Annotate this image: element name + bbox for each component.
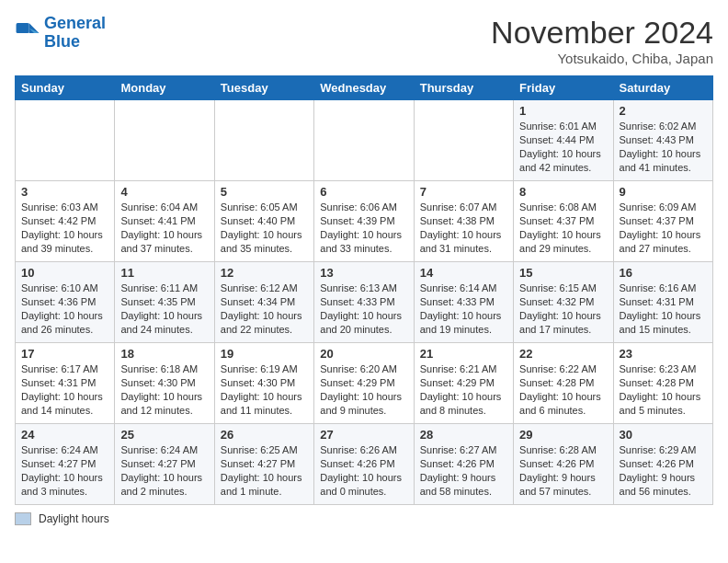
- calendar-cell: 3Sunrise: 6:03 AM Sunset: 4:42 PM Daylig…: [16, 181, 115, 262]
- weekday-header-cell: Friday: [514, 76, 613, 100]
- day-number: 30: [620, 428, 707, 442]
- day-number: 17: [21, 347, 108, 361]
- calendar-cell: 4Sunrise: 6:04 AM Sunset: 4:41 PM Daylig…: [115, 181, 214, 262]
- weekday-header-cell: Thursday: [414, 76, 513, 100]
- calendar-cell: 26Sunrise: 6:25 AM Sunset: 4:27 PM Dayli…: [214, 424, 313, 505]
- legend-color-box: [15, 512, 31, 525]
- cell-info: Sunrise: 6:07 AM Sunset: 4:38 PM Dayligh…: [420, 201, 507, 255]
- month-title: November 2024: [491, 15, 713, 51]
- logo-text: General Blue: [44, 15, 106, 52]
- day-number: 24: [21, 428, 108, 442]
- day-number: 3: [21, 185, 108, 199]
- day-number: 1: [519, 104, 607, 118]
- weekday-header-cell: Monday: [115, 76, 214, 100]
- cell-info: Sunrise: 6:03 AM Sunset: 4:42 PM Dayligh…: [21, 201, 108, 255]
- day-number: 22: [519, 347, 607, 361]
- day-number: 28: [420, 428, 507, 442]
- calendar-cell: 16Sunrise: 6:16 AM Sunset: 4:31 PM Dayli…: [613, 262, 712, 343]
- calendar-cell: [16, 100, 115, 181]
- calendar-cell: [214, 100, 313, 181]
- cell-info: Sunrise: 6:29 AM Sunset: 4:26 PM Dayligh…: [620, 443, 707, 498]
- calendar-cell: 22Sunrise: 6:22 AM Sunset: 4:28 PM Dayli…: [514, 343, 613, 424]
- day-number: 15: [519, 266, 607, 280]
- calendar-cell: 13Sunrise: 6:13 AM Sunset: 4:33 PM Dayli…: [314, 262, 414, 343]
- calendar-cell: 30Sunrise: 6:29 AM Sunset: 4:26 PM Dayli…: [613, 424, 712, 505]
- title-block: November 2024 Yotsukaido, Chiba, Japan: [491, 15, 713, 66]
- weekday-header-cell: Sunday: [16, 76, 115, 100]
- day-number: 16: [620, 266, 707, 280]
- weekday-header-cell: Wednesday: [314, 76, 414, 100]
- calendar-cell: 11Sunrise: 6:11 AM Sunset: 4:35 PM Dayli…: [115, 262, 214, 343]
- calendar-cell: 14Sunrise: 6:14 AM Sunset: 4:33 PM Dayli…: [414, 262, 513, 343]
- cell-info: Sunrise: 6:15 AM Sunset: 4:32 PM Dayligh…: [519, 282, 607, 336]
- legend-label: Daylight hours: [39, 512, 109, 525]
- calendar-cell: 19Sunrise: 6:19 AM Sunset: 4:30 PM Dayli…: [214, 343, 313, 424]
- logo-line1: General: [44, 14, 106, 32]
- svg-rect-0: [17, 23, 29, 33]
- day-number: 19: [221, 347, 308, 361]
- calendar-body: 1Sunrise: 6:01 AM Sunset: 4:44 PM Daylig…: [16, 100, 713, 505]
- day-number: 7: [420, 185, 507, 199]
- calendar-cell: 25Sunrise: 6:24 AM Sunset: 4:27 PM Dayli…: [115, 424, 214, 505]
- cell-info: Sunrise: 6:24 AM Sunset: 4:27 PM Dayligh…: [21, 443, 108, 498]
- cell-info: Sunrise: 6:04 AM Sunset: 4:41 PM Dayligh…: [120, 201, 208, 255]
- day-number: 9: [620, 185, 707, 199]
- cell-info: Sunrise: 6:25 AM Sunset: 4:27 PM Dayligh…: [221, 443, 308, 498]
- calendar-cell: 27Sunrise: 6:26 AM Sunset: 4:26 PM Dayli…: [314, 424, 414, 505]
- calendar-cell: 12Sunrise: 6:12 AM Sunset: 4:34 PM Dayli…: [214, 262, 313, 343]
- day-number: 6: [320, 185, 407, 199]
- logo-icon: [15, 20, 40, 46]
- day-number: 11: [120, 266, 208, 280]
- cell-info: Sunrise: 6:02 AM Sunset: 4:43 PM Dayligh…: [620, 120, 707, 174]
- day-number: 20: [320, 347, 407, 361]
- cell-info: Sunrise: 6:19 AM Sunset: 4:30 PM Dayligh…: [221, 362, 308, 417]
- day-number: 25: [120, 428, 208, 442]
- cell-info: Sunrise: 6:20 AM Sunset: 4:29 PM Dayligh…: [320, 362, 407, 417]
- page-header: General Blue November 2024 Yotsukaido, C…: [15, 15, 713, 66]
- day-number: 10: [21, 266, 108, 280]
- calendar-week-row: 17Sunrise: 6:17 AM Sunset: 4:31 PM Dayli…: [16, 343, 713, 424]
- day-number: 14: [420, 266, 507, 280]
- legend: Daylight hours: [15, 512, 713, 525]
- cell-info: Sunrise: 6:18 AM Sunset: 4:30 PM Dayligh…: [120, 362, 208, 417]
- calendar-cell: 8Sunrise: 6:08 AM Sunset: 4:37 PM Daylig…: [514, 181, 613, 262]
- day-number: 8: [519, 185, 607, 199]
- day-number: 2: [620, 104, 707, 118]
- calendar-cell: [314, 100, 414, 181]
- cell-info: Sunrise: 6:05 AM Sunset: 4:40 PM Dayligh…: [221, 201, 308, 255]
- day-number: 12: [221, 266, 308, 280]
- calendar-cell: 15Sunrise: 6:15 AM Sunset: 4:32 PM Dayli…: [514, 262, 613, 343]
- location: Yotsukaido, Chiba, Japan: [491, 51, 713, 66]
- calendar-week-row: 10Sunrise: 6:10 AM Sunset: 4:36 PM Dayli…: [16, 262, 713, 343]
- calendar-week-row: 24Sunrise: 6:24 AM Sunset: 4:27 PM Dayli…: [16, 424, 713, 505]
- calendar-table: SundayMondayTuesdayWednesdayThursdayFrid…: [15, 75, 713, 505]
- cell-info: Sunrise: 6:06 AM Sunset: 4:39 PM Dayligh…: [320, 201, 407, 255]
- calendar-cell: 18Sunrise: 6:18 AM Sunset: 4:30 PM Dayli…: [115, 343, 214, 424]
- day-number: 21: [420, 347, 507, 361]
- cell-info: Sunrise: 6:22 AM Sunset: 4:28 PM Dayligh…: [519, 362, 607, 417]
- cell-info: Sunrise: 6:08 AM Sunset: 4:37 PM Dayligh…: [519, 201, 607, 255]
- weekday-header-cell: Tuesday: [214, 76, 313, 100]
- calendar-cell: 29Sunrise: 6:28 AM Sunset: 4:26 PM Dayli…: [514, 424, 613, 505]
- calendar-cell: 5Sunrise: 6:05 AM Sunset: 4:40 PM Daylig…: [214, 181, 313, 262]
- day-number: 26: [221, 428, 308, 442]
- cell-info: Sunrise: 6:28 AM Sunset: 4:26 PM Dayligh…: [519, 443, 607, 498]
- cell-info: Sunrise: 6:27 AM Sunset: 4:26 PM Dayligh…: [420, 443, 507, 498]
- calendar-cell: 23Sunrise: 6:23 AM Sunset: 4:28 PM Dayli…: [613, 343, 712, 424]
- cell-info: Sunrise: 6:24 AM Sunset: 4:27 PM Dayligh…: [120, 443, 208, 498]
- day-number: 13: [320, 266, 407, 280]
- day-number: 23: [620, 347, 707, 361]
- day-number: 18: [120, 347, 208, 361]
- cell-info: Sunrise: 6:21 AM Sunset: 4:29 PM Dayligh…: [420, 362, 507, 417]
- cell-info: Sunrise: 6:17 AM Sunset: 4:31 PM Dayligh…: [21, 362, 108, 417]
- day-number: 29: [519, 428, 607, 442]
- cell-info: Sunrise: 6:09 AM Sunset: 4:37 PM Dayligh…: [620, 201, 707, 255]
- cell-info: Sunrise: 6:11 AM Sunset: 4:35 PM Dayligh…: [120, 282, 208, 336]
- calendar-cell: 21Sunrise: 6:21 AM Sunset: 4:29 PM Dayli…: [414, 343, 513, 424]
- calendar-cell: 2Sunrise: 6:02 AM Sunset: 4:43 PM Daylig…: [613, 100, 712, 181]
- calendar-cell: [414, 100, 513, 181]
- calendar-cell: 6Sunrise: 6:06 AM Sunset: 4:39 PM Daylig…: [314, 181, 414, 262]
- cell-info: Sunrise: 6:13 AM Sunset: 4:33 PM Dayligh…: [320, 282, 407, 336]
- cell-info: Sunrise: 6:01 AM Sunset: 4:44 PM Dayligh…: [519, 120, 607, 174]
- calendar-cell: 24Sunrise: 6:24 AM Sunset: 4:27 PM Dayli…: [16, 424, 115, 505]
